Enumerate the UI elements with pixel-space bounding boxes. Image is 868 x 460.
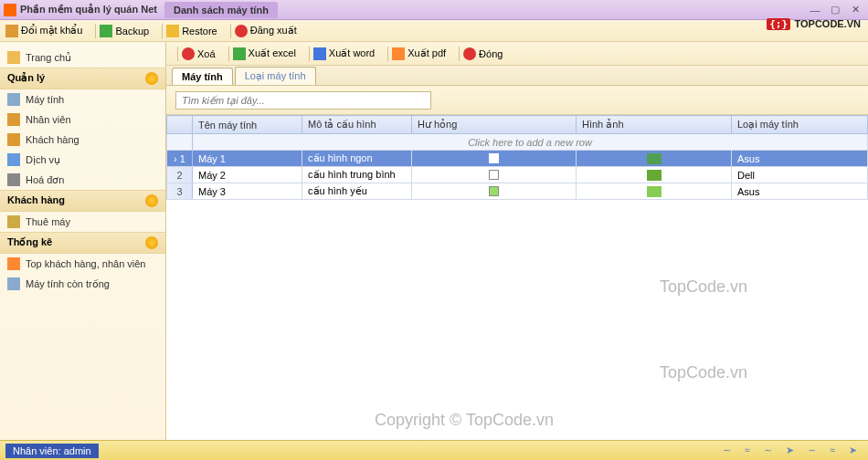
- status-user: Nhân viên: admin: [5, 444, 99, 458]
- separator: [387, 47, 388, 61]
- sidebar-label: Hoá đơn: [26, 174, 64, 186]
- sidebar-label: Máy tính: [26, 94, 64, 105]
- sidebar-item-services[interactable]: Dịch vụ: [0, 150, 165, 170]
- invoice-icon: [7, 173, 20, 186]
- cell-desc[interactable]: cấu hình trung bình: [302, 167, 412, 183]
- col-desc[interactable]: Mô tả cấu hình: [302, 116, 412, 134]
- gear-icon: [145, 194, 158, 207]
- sidebar-header-customer[interactable]: Khách hàng: [0, 190, 165, 212]
- sidebar: Trang chủ Quản lý Máy tính Nhân viên Khá…: [0, 42, 166, 440]
- change-password-button[interactable]: Đổi mật khẩu: [5, 25, 82, 37]
- content-toolbar: Xoá Xuất excel Xuất word Xuất pdf Đóng: [166, 42, 868, 66]
- sidebar-item-customers[interactable]: Khách hàng: [0, 130, 165, 150]
- button-label: Đóng: [479, 48, 503, 59]
- excel-icon: [233, 47, 246, 60]
- add-new-row[interactable]: Click here to add a new row: [167, 134, 868, 151]
- export-excel-button[interactable]: Xuất excel: [233, 47, 296, 60]
- cell-broken[interactable]: [412, 151, 577, 167]
- logo: {;} TOPCODE.VN: [767, 15, 861, 31]
- button-label: Xoá: [197, 48, 216, 59]
- users-icon: [7, 133, 20, 146]
- cell-type[interactable]: Asus: [732, 183, 868, 200]
- export-word-button[interactable]: Xuất word: [313, 47, 375, 60]
- col-image[interactable]: Hình ảnh: [577, 116, 732, 134]
- cell-broken[interactable]: [412, 167, 577, 183]
- separator: [459, 47, 460, 61]
- restore-icon: [166, 25, 179, 37]
- checkbox-icon[interactable]: [489, 186, 499, 196]
- word-icon: [313, 47, 326, 60]
- user-icon: [7, 113, 20, 126]
- checkbox-icon[interactable]: [489, 170, 499, 180]
- table-row[interactable]: 3 Máy 3 cấu hình yếu Asus: [167, 183, 868, 200]
- sidebar-label: Nhân viên: [26, 114, 71, 125]
- logout-icon: [235, 25, 248, 37]
- table-row[interactable]: 2 Máy 2 cấu hình trung bình Dell: [167, 167, 868, 183]
- cell-image[interactable]: [577, 151, 732, 167]
- status-bar: Nhân viên: admin ∼ ≈ ∼ ➤ ∼ ≈ ➤: [0, 440, 868, 460]
- button-label: Xuất excel: [249, 47, 296, 59]
- sidebar-header-manage[interactable]: Quản lý: [0, 68, 165, 89]
- sidebar-item-top[interactable]: Top khách hàng, nhân viên: [0, 254, 165, 274]
- button-label: Xuất word: [329, 47, 375, 59]
- computer-icon: [7, 93, 20, 106]
- sidebar-label: Khách hàng: [7, 194, 65, 205]
- home-icon: [7, 51, 20, 64]
- gear-icon: [145, 72, 158, 85]
- sidebar-label: Top khách hàng, nhân viên: [26, 258, 146, 269]
- sidebar-label: Máy tính còn trống: [26, 278, 110, 290]
- window-tab-title[interactable]: Danh sách máy tính: [164, 2, 278, 18]
- close-tab-button[interactable]: Đóng: [463, 47, 503, 60]
- tab-computers[interactable]: Máy tính: [172, 68, 233, 85]
- sidebar-item-invoices[interactable]: Hoá đơn: [0, 170, 165, 190]
- key-icon: [5, 25, 18, 37]
- checkbox-icon[interactable]: [489, 153, 499, 163]
- sidebar-item-available[interactable]: Máy tính còn trống: [0, 274, 165, 294]
- col-type[interactable]: Loại máy tính: [732, 116, 868, 134]
- cell-type[interactable]: Dell: [732, 167, 868, 183]
- cell-desc[interactable]: cấu hình yếu: [302, 183, 412, 200]
- rent-icon: [7, 215, 20, 228]
- logout-button[interactable]: Đăng xuất: [235, 25, 297, 37]
- cell-name[interactable]: Máy 3: [193, 183, 302, 200]
- tab-label: Loại máy tính: [245, 70, 306, 81]
- table-row[interactable]: › 1 Máy 1 cấu hình ngon Asus: [167, 151, 868, 167]
- sidebar-item-rent[interactable]: Thuê máy: [0, 212, 165, 232]
- col-name[interactable]: Tên máy tính: [193, 116, 302, 134]
- logo-brace: {;}: [767, 18, 790, 30]
- sidebar-label: Dịch vụ: [26, 154, 60, 166]
- thumbnail-icon: [647, 186, 662, 197]
- cell-image[interactable]: [577, 167, 732, 183]
- delete-button[interactable]: Xoá: [182, 47, 216, 60]
- tab-computer-types[interactable]: Loại máy tính: [235, 67, 316, 85]
- row-indicator-header[interactable]: [167, 116, 193, 134]
- sidebar-item-computers[interactable]: Máy tính: [0, 89, 165, 110]
- backup-button[interactable]: Backup: [100, 25, 149, 37]
- status-decoration: ∼ ≈ ∼ ➤ ∼ ≈ ➤: [723, 444, 863, 456]
- cell-desc[interactable]: cấu hình ngon: [302, 151, 412, 167]
- sidebar-label: Khách hàng: [26, 134, 79, 145]
- search-input[interactable]: [175, 91, 431, 110]
- row-number: › 1: [167, 151, 193, 167]
- pdf-icon: [392, 47, 405, 60]
- add-row-label: Click here to add a new row: [193, 134, 868, 151]
- thumbnail-icon: [647, 170, 662, 181]
- cell-name[interactable]: Máy 1: [193, 151, 302, 167]
- export-pdf-button[interactable]: Xuất pdf: [392, 47, 446, 60]
- cell-name[interactable]: Máy 2: [193, 167, 302, 183]
- button-label: Xuất pdf: [408, 47, 446, 59]
- col-broken[interactable]: Hư hỏng: [412, 116, 577, 134]
- cell-image[interactable]: [577, 183, 732, 200]
- app-title: Phần mềm quản lý quán Net: [20, 4, 157, 16]
- separator: [162, 24, 163, 38]
- sidebar-header-stats[interactable]: Thống kê: [0, 232, 165, 254]
- sidebar-item-staff[interactable]: Nhân viên: [0, 110, 165, 130]
- gear-icon: [145, 236, 158, 249]
- cell-type[interactable]: Asus: [732, 151, 868, 167]
- pc-icon: [7, 277, 20, 290]
- cell-broken[interactable]: [412, 183, 577, 200]
- restore-button[interactable]: Restore: [166, 25, 217, 37]
- menu-label: Đăng xuất: [250, 25, 297, 37]
- sidebar-item-home[interactable]: Trang chủ: [0, 47, 165, 68]
- separator: [95, 24, 96, 38]
